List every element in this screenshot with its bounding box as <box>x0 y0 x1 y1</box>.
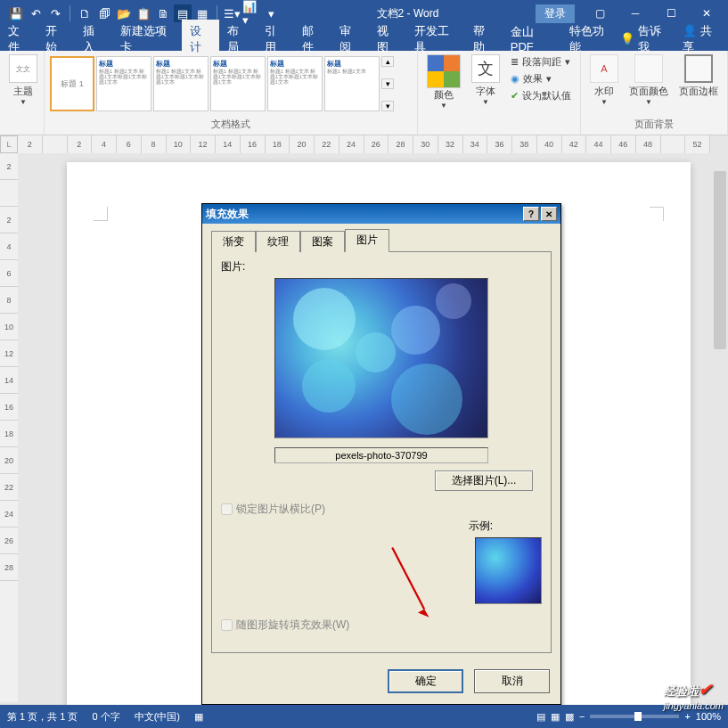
dialog-footer: 确定 取消 <box>202 662 560 704</box>
zoom-level[interactable]: 100% <box>696 711 721 722</box>
fonts-button[interactable]: 文 字体▼ <box>466 53 505 108</box>
dialog-title: 填充效果 <box>206 207 249 222</box>
style-item[interactable]: 标题标题1 标题1文本 标题1文本标题1文本标题1文本 <box>153 56 209 111</box>
sample-label: 示例: <box>469 519 493 534</box>
gallery-up-icon[interactable]: ▴ <box>381 56 394 67</box>
gallery-down-icon[interactable]: ▾ <box>381 78 394 89</box>
tab-pattern[interactable]: 图案 <box>300 231 345 252</box>
status-right: ▤ ▦ ▩ − + 100% <box>536 711 721 723</box>
dialog-tabs: 渐变 纹理 图案 图片 <box>211 229 552 251</box>
style-gallery[interactable]: 标题 1 标题标题1 标题1文本 标题1文本标题1文本标题1文本 标题标题1 标… <box>50 56 380 111</box>
ruler-corner: L <box>0 135 18 153</box>
gallery-more-icon[interactable]: ▾ <box>381 101 394 111</box>
sample-preview <box>475 537 542 604</box>
tab-content: 图片: pexels-photo-370799 选择图片(L)... 锁定图片纵… <box>211 251 552 653</box>
status-bar: 第 1 页，共 1 页 0 个字 中文(中国) ▦ ▤ ▦ ▩ − + 100% <box>0 705 728 728</box>
print-layout-icon[interactable]: ▦ <box>551 711 560 723</box>
margin-marker-tl <box>94 207 108 221</box>
theme-button[interactable]: 文文 主题 ▼ <box>4 53 43 108</box>
ok-button[interactable]: 确定 <box>388 669 463 693</box>
watermark-button[interactable]: A 水印▼ <box>585 53 624 108</box>
dialog-titlebar[interactable]: 填充效果 ? ✕ <box>202 204 560 224</box>
vertical-ruler[interactable]: 2246810121416182022242628 <box>0 153 18 702</box>
effects-button[interactable]: ◉效果 ▾ <box>509 71 573 86</box>
read-mode-icon[interactable]: ▤ <box>536 711 545 723</box>
effects-icon: ◉ <box>511 73 519 85</box>
tellme-icon[interactable]: 💡 <box>620 32 634 45</box>
margin-marker-tr <box>650 207 664 221</box>
text-cursor <box>162 229 163 241</box>
vertical-scrollbar[interactable] <box>714 171 726 349</box>
page-status[interactable]: 第 1 页，共 1 页 <box>7 710 78 724</box>
ribbon-colors-fonts: 颜色▼ 文 字体▼ ≣段落间距 ▾ ◉效果 ▾ ✔设为默认值 <box>418 51 581 135</box>
tab-picture[interactable]: 图片 <box>345 229 389 252</box>
check-icon: ✔ <box>511 90 519 102</box>
page-border-icon <box>684 54 713 83</box>
colors-icon <box>427 54 461 88</box>
language-status[interactable]: 中文(中国) <box>135 710 180 724</box>
dialog-close-icon[interactable]: ✕ <box>541 207 557 221</box>
dialog-help-icon[interactable]: ? <box>523 207 539 221</box>
theme-icon: 文文 <box>9 54 37 83</box>
format-group-label: 文档格式 <box>48 116 413 133</box>
filename-display: pexels-photo-370799 <box>274 447 488 463</box>
page-color-icon <box>634 54 663 83</box>
style-item[interactable]: 标题标题1 标题1文本 <box>324 56 380 111</box>
zoom-thumb[interactable] <box>634 712 642 721</box>
style-item[interactable]: 标题标题1 标题1文本 标题1文本标题1文本标题1文本 <box>210 56 266 111</box>
ribbon-tabs: 文件 开始 插入 新建选项卡 设计 布局 引用 邮件 审阅 视图 开发工具 帮助… <box>0 27 728 51</box>
tab-gradient[interactable]: 渐变 <box>211 231 256 252</box>
ribbon-group-page-bg: A 水印▼ 页面颜色▼ 页面边框 页面背景 <box>581 51 728 135</box>
page-bg-label: 页面背景 <box>585 116 724 133</box>
macro-icon[interactable]: ▦ <box>194 711 203 723</box>
lock-ratio-input <box>221 503 233 515</box>
ribbon-group-theme: 文文 主题 ▼ <box>0 51 45 135</box>
watermark-icon: A <box>590 54 618 83</box>
rotate-checkbox[interactable]: 随图形旋转填充效果(W) <box>221 618 542 633</box>
page-color-button[interactable]: 页面颜色▼ <box>624 53 674 108</box>
picture-preview <box>274 278 488 438</box>
colors-button[interactable]: 颜色▼ <box>421 53 466 111</box>
page-border-button[interactable]: 页面边框 <box>674 53 724 100</box>
horizontal-ruler[interactable]: 2246810121416182022242628303234363840424… <box>18 135 710 153</box>
para-spacing-button[interactable]: ≣段落间距 ▾ <box>509 54 573 70</box>
web-layout-icon[interactable]: ▩ <box>565 711 574 723</box>
lock-ratio-checkbox[interactable]: 锁定图片纵横比(P) <box>221 502 542 517</box>
format-options: ≣段落间距 ▾ ◉效果 ▾ ✔设为默认值 <box>505 53 577 105</box>
sample-area: 示例: <box>221 519 542 607</box>
style-item[interactable]: 标题 1 <box>50 56 94 111</box>
cancel-button[interactable]: 取消 <box>474 669 550 693</box>
tab-texture[interactable]: 纹理 <box>256 231 300 252</box>
chevron-down-icon: ▼ <box>20 98 27 106</box>
rotate-input <box>221 619 233 631</box>
spacing-icon: ≣ <box>511 56 519 68</box>
zoom-slider[interactable] <box>590 715 679 718</box>
fill-effects-dialog: 填充效果 ? ✕ 渐变 纹理 图案 图片 图片: pexels-photo-37… <box>201 203 561 705</box>
zoom-in-icon[interactable]: + <box>684 711 690 722</box>
picture-label: 图片: <box>221 259 542 274</box>
dialog-body: 渐变 纹理 图案 图片 图片: pexels-photo-370799 选择图片… <box>202 224 560 662</box>
fonts-icon: 文 <box>471 54 500 83</box>
ribbon: 文文 主题 ▼ 标题 1 标题标题1 标题1文本 标题1文本标题1文本标题1文本… <box>0 51 728 135</box>
style-item[interactable]: 标题标题1 标题1文本 标题1文本标题1文本标题1文本 <box>267 56 323 111</box>
set-default-button[interactable]: ✔设为默认值 <box>509 88 573 103</box>
style-item[interactable]: 标题标题1 标题1文本 标题1文本标题1文本标题1文本 <box>96 56 151 111</box>
ribbon-group-format: 标题 1 标题标题1 标题1文本 标题1文本标题1文本标题1文本 标题标题1 标… <box>45 51 418 135</box>
select-picture-button[interactable]: 选择图片(L)... <box>435 470 533 491</box>
word-count[interactable]: 0 个字 <box>92 710 119 724</box>
zoom-out-icon[interactable]: − <box>579 711 585 722</box>
